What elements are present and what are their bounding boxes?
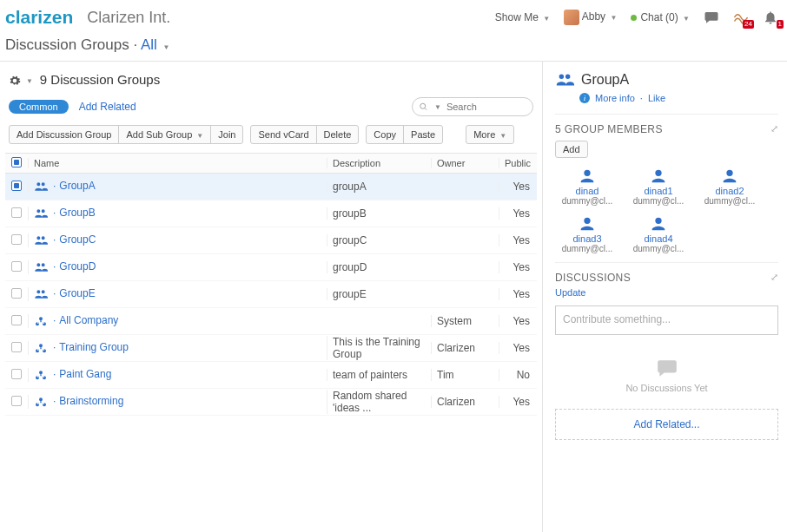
row-name-link[interactable]: Training Group [59,341,129,353]
member-name: dinad3 [555,233,619,244]
discussions-icon[interactable] [704,10,719,26]
copy-button[interactable]: Copy [367,126,404,143]
row-name-link[interactable]: All Company [59,314,118,326]
column-description[interactable]: Description [327,158,431,168]
row-name-link[interactable]: GroupE [59,287,95,299]
row-owner: Clarizen [431,342,499,354]
join-button[interactable]: Join [211,126,242,143]
row-checkbox[interactable] [11,181,22,191]
table-row[interactable]: ·GroupBgroupBYes [5,200,537,227]
more-info-link[interactable]: More info [595,93,635,103]
row-owner: Clarizen [431,396,499,408]
table-row[interactable]: ·GroupCgroupCYes [5,227,537,254]
row-name-link[interactable]: GroupC [59,233,96,246]
group-icon [34,260,48,274]
member-card[interactable]: dinad4dummy@cl... [626,214,691,253]
discussions-section-title: DISCUSSIONS [555,272,631,284]
avatar [564,10,579,25]
add-related-link[interactable]: Add Related [79,101,136,113]
person-icon [649,167,668,186]
table-row[interactable]: ·GroupDgroupDYes [5,254,537,281]
table-row[interactable]: ·Training GroupThis is the Training Grou… [5,335,537,362]
add-discussion-group-button[interactable]: Add Discussion Group [10,126,119,143]
row-owner: System [431,315,499,327]
row-description: team of painters [327,369,431,381]
delete-button[interactable]: Delete [317,126,359,143]
table-row[interactable]: ·Paint Gangteam of paintersTimNo [5,362,537,389]
add-related-button[interactable]: Add Related... [555,409,778,440]
like-link[interactable]: Like [648,93,665,103]
row-public: Yes [499,234,535,246]
status-online-icon [631,15,637,21]
row-public: Yes [499,396,535,408]
row-checkbox[interactable] [11,315,22,325]
user-menu[interactable]: Abby ▼ [564,10,617,25]
row-checkbox[interactable] [11,261,22,272]
column-owner[interactable]: Owner [431,158,499,168]
chevron-down-icon: ▼ [610,14,617,22]
row-checkbox[interactable] [11,207,22,218]
notifications-icon[interactable]: 1 [763,10,778,26]
chat-bubble-icon [555,356,778,379]
member-card[interactable]: dinad3dummy@cl... [555,214,619,253]
row-name-link[interactable]: GroupD [59,260,96,273]
row-public: Yes [499,207,535,220]
select-all-checkbox[interactable] [11,157,22,167]
chat-menu[interactable]: Chat (0) ▼ [631,11,690,23]
member-card[interactable]: dinad1dummy@cl... [626,167,691,206]
row-owner: Tim [431,369,499,381]
row-name-link[interactable]: Paint Gang [59,368,111,380]
row-public: Yes [499,288,535,300]
expand-icon[interactable]: ⤢ [770,272,778,283]
members-section-title: 5 GROUP MEMBERS [555,123,663,135]
column-public[interactable]: Public [499,158,535,168]
expand-icon[interactable]: ⤢ [770,123,778,135]
row-name-link[interactable]: GroupA [59,180,95,192]
person-icon [578,214,597,233]
row-public: No [499,369,535,381]
more-button[interactable]: More ▼ [466,125,514,144]
person-icon [720,167,739,186]
member-email: dummy@cl... [698,196,762,206]
add-member-button[interactable]: Add [555,141,588,158]
column-name[interactable]: Name [28,158,327,168]
table-row[interactable]: ·GroupAgroupAYes [5,174,537,200]
member-name: dinad1 [626,186,691,196]
panel-title: GroupA [581,72,629,88]
add-sub-group-button[interactable]: Add Sub Group ▼ [119,126,211,143]
row-checkbox[interactable] [11,288,22,299]
row-description: groupD [327,261,431,273]
row-public: Yes [499,342,535,354]
person-icon [578,167,597,186]
row-checkbox[interactable] [11,234,22,245]
table-row[interactable]: ·BrainstormingRandom shared 'ideas ...Cl… [5,389,537,416]
update-link[interactable]: Update [555,287,585,298]
info-icon: i [579,93,590,103]
row-checkbox[interactable] [11,342,22,352]
tab-common[interactable]: Common [9,100,69,114]
inbox-icon[interactable]: 24 [733,10,749,26]
row-checkbox[interactable] [11,396,22,406]
org-tree-icon [34,368,48,382]
contribute-input[interactable]: Contribute something... [555,305,778,335]
row-name-link[interactable]: Brainstorming [59,395,123,407]
search-input[interactable]: ▼ [412,97,533,116]
show-me-menu[interactable]: Show Me ▼ [495,11,550,23]
group-icon [34,233,48,247]
row-checkbox[interactable] [11,369,22,379]
row-public: Yes [499,261,535,273]
gear-icon[interactable]: ▼ [9,72,33,86]
search-field[interactable] [446,102,526,112]
inbox-badge: 24 [743,20,754,29]
member-card[interactable]: dinad2dummy@cl... [698,167,762,206]
table-row[interactable]: ·GroupEgroupEYes [5,281,537,308]
group-icon [34,207,48,220]
row-name-link[interactable]: GroupB [59,207,95,219]
logo: clarizen [5,7,73,28]
paste-button[interactable]: Paste [404,126,442,143]
breadcrumb-filter[interactable]: All ▼ [141,36,170,53]
member-card[interactable]: dinaddummy@cl... [555,167,619,206]
member-email: dummy@cl... [626,244,691,253]
send-vcard-button[interactable]: Send vCard [251,126,316,143]
table-row[interactable]: ·All CompanySystemYes [5,308,537,335]
